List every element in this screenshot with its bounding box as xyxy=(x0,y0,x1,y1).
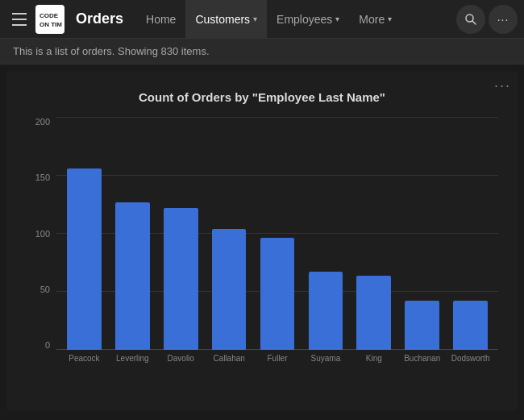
bar-fill-king xyxy=(356,276,391,350)
bar-king xyxy=(351,117,397,350)
status-text: This is a list of orders. Showing 830 it… xyxy=(13,45,210,57)
bar-davolio xyxy=(158,117,204,350)
search-button[interactable] xyxy=(456,5,485,34)
nav-more[interactable]: More ▾ xyxy=(349,0,401,39)
statusbar: This is a list of orders. Showing 830 it… xyxy=(0,39,524,64)
x-label-king: King xyxy=(351,353,397,364)
svg-text:ON TIME: ON TIME xyxy=(40,21,62,28)
x-label-davolio: Davolio xyxy=(158,353,204,364)
x-label-dodsworth: Dodsworth xyxy=(447,353,493,364)
nav-home[interactable]: Home xyxy=(136,0,185,39)
navbar: CODE ON TIME Orders Home Customers ▾ Emp… xyxy=(0,0,524,39)
bars-area xyxy=(56,117,498,350)
chart-title: Count of Orders by "Employee Last Name" xyxy=(26,90,498,104)
bar-fill-fuller xyxy=(260,238,295,350)
bar-fuller xyxy=(255,117,301,350)
chart-body: 200 150 100 50 0 xyxy=(26,117,498,390)
employees-dropdown-arrow: ▾ xyxy=(335,15,339,23)
options-button[interactable]: ··· xyxy=(489,5,518,34)
logo-icon: CODE ON TIME xyxy=(35,5,64,34)
chart-more-options[interactable]: ··· xyxy=(494,77,511,94)
y-label-0: 0 xyxy=(45,340,50,350)
x-label-fuller: Fuller xyxy=(255,353,301,364)
more-dropdown-arrow: ▾ xyxy=(388,15,392,23)
y-label-150: 150 xyxy=(35,173,50,182)
bar-fill-leverling xyxy=(115,202,150,351)
x-label-buchanan: Buchanan xyxy=(399,353,445,364)
y-label-50: 50 xyxy=(40,285,50,294)
bar-dodsworth xyxy=(447,117,493,350)
x-label-leverling: Leverling xyxy=(110,353,156,364)
bar-fill-suyama xyxy=(309,272,343,350)
bar-fill-callahan xyxy=(212,229,247,350)
bar-peacock xyxy=(61,117,107,350)
nav-customers[interactable]: Customers ▾ xyxy=(185,0,267,39)
chart-inner: PeacockLeverlingDavolioCallahanFullerSuy… xyxy=(56,117,498,390)
logo: CODE ON TIME xyxy=(35,5,66,34)
x-labels: PeacockLeverlingDavolioCallahanFullerSuy… xyxy=(56,350,498,390)
bar-suyama xyxy=(302,117,348,350)
customers-dropdown-arrow: ▾ xyxy=(253,15,257,23)
nav-items: Home Customers ▾ Employees ▾ More ▾ xyxy=(136,0,456,39)
bar-fill-buchanan xyxy=(405,301,439,350)
menu-button[interactable] xyxy=(6,6,32,32)
nav-employees[interactable]: Employees ▾ xyxy=(267,0,349,39)
bar-callahan xyxy=(206,117,252,350)
y-label-100: 100 xyxy=(35,229,50,239)
x-label-peacock: Peacock xyxy=(61,353,107,364)
bar-fill-dodsworth xyxy=(453,301,488,350)
main-content: ··· Count of Orders by "Employee Last Na… xyxy=(6,71,518,410)
chart-container: Count of Orders by "Employee Last Name" … xyxy=(13,77,511,404)
navbar-actions: ··· xyxy=(456,5,518,34)
x-label-suyama: Suyama xyxy=(302,353,348,364)
bar-fill-peacock xyxy=(67,168,102,350)
app-title: Orders xyxy=(76,10,123,27)
y-label-200: 200 xyxy=(35,117,50,127)
svg-text:CODE: CODE xyxy=(40,12,59,19)
y-axis: 200 150 100 50 0 xyxy=(26,117,56,390)
bar-fill-davolio xyxy=(164,208,198,350)
bar-leverling xyxy=(110,117,156,350)
svg-line-3 xyxy=(472,21,476,24)
x-label-callahan: Callahan xyxy=(206,353,252,364)
bar-buchanan xyxy=(399,117,445,350)
